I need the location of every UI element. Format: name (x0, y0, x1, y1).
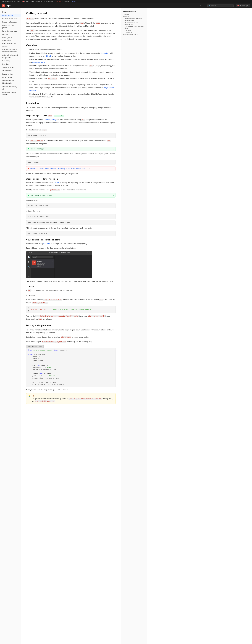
sidebar-item-creating-project[interactable]: Creating an ato project (0, 17, 21, 20)
refresh-icon[interactable]: ↻ (86, 252, 88, 254)
python-collapsible[interactable]: How to install python 3.11 or later › (26, 193, 115, 198)
toc-harder[interactable]: 2 - Harder (123, 31, 145, 33)
extensions-icon[interactable]: ⊞ (27, 260, 30, 264)
vscode-ext-gear-icon[interactable]: ⚙ (52, 260, 53, 262)
window-close: ✕ (31, 252, 32, 254)
layout-reuse-link[interactable]: Layout reuse in atopile (29, 87, 114, 92)
sidebar-item-build-outputs[interactable]: Generation of build outputs (0, 91, 21, 96)
sidebar-item-units[interactable]: Units and tolerances, assertions and mat… (0, 48, 21, 54)
python-collapsible-text: How to install python 3.11 or later (30, 194, 113, 196)
handle-text[interactable]: @atopile_io (35, 1, 42, 2)
vscode-activity-bar: 📄 ⊞ 🔍 ▷ ⎇ (26, 254, 31, 278)
pipe-collapsible[interactable]: How do I install pipe ? › (26, 147, 115, 151)
overview-item-3: Install Packages: For detailed instructi… (29, 58, 115, 64)
sidebar-item-auto-select[interactable]: Automatic selection of components (0, 54, 21, 59)
github-repo-button[interactable]: 🐙 atopile/atopile (236, 4, 250, 7)
post-install-p: atopile should be installed. You can ver… (26, 152, 115, 158)
toc-simple-circuit[interactable]: Making a simple circuit (123, 33, 145, 35)
install-guide-link[interactable]: installation guide (32, 62, 45, 64)
sidebar-item-docs[interactable]: Docs (0, 10, 21, 14)
sidebar-item-view-project[interactable]: View your project (0, 66, 21, 69)
toc-overview[interactable]: Overview (123, 13, 145, 16)
vscode-ext-item: A atopile atopile syntax highlighting at… (31, 260, 54, 268)
git-icon[interactable]: ⎇ (27, 274, 30, 278)
search-bar[interactable]: 🔍 (207, 4, 234, 7)
github-icon: 🐙 (237, 5, 239, 6)
youtube-link[interactable]: YouTube (55, 1, 61, 2)
sidebar-item-layout-kicad[interactable]: Layout on kicad (0, 72, 21, 76)
toc-installation[interactable]: Installation (123, 16, 145, 18)
green-dot (28, 148, 29, 150)
discord-link[interactable]: Discord (71, 1, 76, 2)
compiler-dev-p2: Start by making sure you have python3.11… (26, 188, 115, 192)
sidebar-item-install-deps[interactable]: Install dependencies (0, 30, 21, 33)
search-icon: 🔍 (209, 5, 210, 6)
sidebar-item-project-config[interactable]: Project configuration (0, 20, 21, 24)
video-title-link[interactable]: Getting started with atopile - get setup… (31, 168, 84, 170)
chain-icon2: ⛓ (204, 5, 205, 7)
sidebar-item-howtos[interactable]: How-Tos (0, 62, 21, 66)
sidebar-item-atopile-viewer[interactable]: atopile viewer (0, 69, 21, 72)
tip-label: Tip (32, 395, 113, 397)
overview-item-5: Version Control: Commit and merge your f… (29, 71, 115, 76)
vscode-title: VSCode extension - extension store (26, 239, 115, 241)
python-package-link[interactable]: python package (45, 119, 57, 121)
tip-text: The generics library should be installed… (32, 398, 113, 402)
sidebar-right: Table of contents Overview Installation … (121, 8, 147, 644)
vscode-search-bar[interactable]: ≡ ▿ (32, 256, 53, 258)
search-sidebar-icon[interactable]: 🔍 (27, 265, 30, 268)
brand-icon: A (2, 4, 5, 7)
vscode-link[interactable]: VSCode (43, 242, 50, 244)
run-version-p: Run ato --version to ensure the install … (26, 139, 115, 145)
sidebar-item-getting-started[interactable]: Getting started (0, 14, 21, 17)
vscode-search-input[interactable] (33, 256, 50, 258)
vscode-ext-desc: atopile syntax highlighting (37, 262, 51, 266)
video-link: ▶ Getting started with atopile - get set… (26, 166, 115, 171)
debug-icon[interactable]: ▷ (28, 270, 30, 273)
sidebar-item-class[interactable]: Class, subclass and replace (0, 42, 21, 48)
join-text: join (32, 1, 34, 2)
ato-create-link[interactable]: ato create (100, 52, 108, 54)
page-title: Getting started (26, 12, 115, 15)
sidebar-item-kicad-layout[interactable]: KiCAD layout (0, 76, 21, 79)
toc-compiler-pipe[interactable]: atopile compiler - with pipe (123, 18, 145, 20)
vscode-ext-author: atopile (37, 266, 51, 267)
toc-easy[interactable]: 1 - Easy (123, 29, 145, 31)
harder-title: 2 - Harder (26, 294, 115, 297)
vscode-filter-btn[interactable]: ▿ (52, 256, 52, 258)
vscode-mockup: – □ ✕ EXTENSIONS: MARKETPLACE ↻ ••• 📄 ⊞ … (26, 251, 92, 278)
simple-circuit-p3: Once created, open elec/src/your-project… (26, 340, 115, 343)
compiler-pipe-p2: It's dead simple with pipe: (26, 128, 115, 132)
search-input[interactable] (211, 5, 229, 7)
chevron-right-icon-2: › (113, 194, 114, 196)
overview-item-6: Build and Export: Use ato build to compi… (29, 77, 115, 83)
sidebar-item-basic-types[interactable]: Basic types & Connections (0, 36, 21, 42)
overview-item-8: Finalize and Order: Commit and merge you… (29, 92, 115, 98)
sidebar-item-imports[interactable]: Imports (0, 33, 21, 36)
toc-recommended[interactable]: recommended (123, 20, 145, 22)
overview-item-4: Circuit Design with Code: Hook up your c… (29, 64, 115, 70)
youtube-icon: ▶ (28, 168, 29, 170)
github-link[interactable]: 🐙 GitHub (22, 1, 29, 2)
github-link-text[interactable]: GitHub (46, 55, 51, 57)
cmd-ato-version: ato --version (26, 160, 115, 165)
sidebar-item-docstrings[interactable]: Doc-strings (0, 59, 21, 62)
toc-vscode[interactable]: VSCode extension - extension store (123, 26, 145, 29)
green-dot-2 (28, 195, 29, 196)
sidebar-item-version-control[interactable]: Version control / Manufacturing (0, 79, 21, 85)
vscode-filter-icon[interactable]: ≡ (50, 256, 51, 258)
compiler-dev-title: atopile compiler - for development (26, 178, 115, 180)
more-actions-icon[interactable]: ••• (89, 252, 90, 254)
github-clone-link[interactable]: GitHub (54, 182, 59, 184)
sidebar-item-version-git[interactable]: Version control using git (0, 85, 21, 91)
sidebar-item-building[interactable]: Building your ato project (0, 24, 21, 30)
x-link[interactable]: X (Twitter) (46, 1, 53, 2)
brand[interactable]: A atopile (2, 4, 12, 7)
intro-p3: The .ato files are human readable and ca… (26, 29, 115, 40)
overview-title: Overview (26, 44, 115, 47)
chain-icon: ⛓ (200, 5, 201, 7)
harder-p1: If not, you can set the atopile.interpre… (26, 298, 115, 304)
installation-title: Installation (26, 102, 115, 105)
explorer-icon[interactable]: 📄 (27, 256, 30, 259)
toc-compiler-dev[interactable]: atopile compiler - for development (123, 22, 145, 26)
